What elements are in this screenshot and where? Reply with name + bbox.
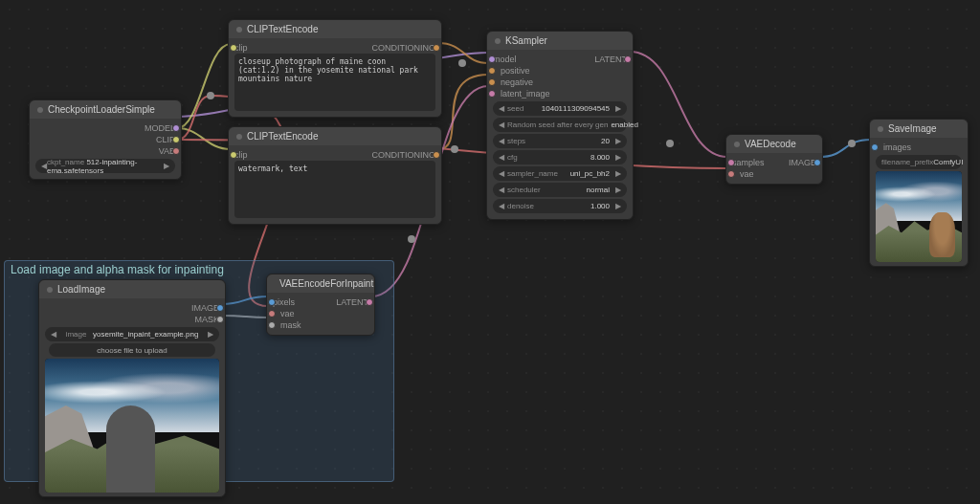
- svg-point-0: [207, 92, 214, 99]
- node-header[interactable]: VAEEncodeForInpaint: [267, 274, 374, 293]
- input-latent: latent_image: [493, 88, 627, 99]
- input-mask: mask: [273, 319, 368, 331]
- svg-point-4: [848, 140, 856, 147]
- prefix-widget[interactable]: filename_prefixComfyUI: [876, 155, 962, 169]
- node-ksampler[interactable]: KSampler modelLATENT positive negative l…: [486, 31, 634, 220]
- io-row: clip CONDITIONING: [234, 42, 435, 54]
- node-header[interactable]: LoadImage: [39, 280, 225, 298]
- ckpt-name-widget[interactable]: ◀ckpt_name 512-inpainting-ema.safetensor…: [35, 159, 175, 173]
- node-header[interactable]: SaveImage: [870, 120, 968, 138]
- node-save-image[interactable]: SaveImage images filename_prefixComfyUI: [869, 119, 969, 267]
- upload-button[interactable]: choose file to upload: [49, 343, 215, 357]
- svg-point-3: [666, 140, 674, 147]
- node-checkpoint-loader[interactable]: CheckpointLoaderSimple MODEL CLIP VAE ◀c…: [29, 99, 182, 180]
- widget-Random-seed-after-every-gen[interactable]: ◀Random seed after every genenabled: [493, 118, 627, 132]
- image-widget[interactable]: ◀image yosemite_inpaint_example.png▶: [45, 327, 219, 341]
- output-clip: CLIP: [35, 134, 175, 145]
- svg-point-1: [458, 59, 466, 67]
- widget-steps[interactable]: ◀steps20▶: [493, 134, 627, 148]
- widget-cfg[interactable]: ◀cfg8.000▶: [493, 150, 627, 164]
- output-vae: VAE: [35, 145, 175, 157]
- io-row: pixelsLATENT: [273, 296, 368, 308]
- output-image: IMAGE: [45, 302, 219, 314]
- prompt-negative[interactable]: [234, 161, 435, 218]
- svg-point-5: [408, 235, 415, 243]
- input-negative: negative: [493, 77, 627, 88]
- widget-sampler_name[interactable]: ◀sampler_nameuni_pc_bh2▶: [493, 166, 627, 181]
- widget-scheduler[interactable]: ◀schedulernormal▶: [493, 183, 627, 197]
- io-row: modelLATENT: [493, 54, 627, 65]
- node-header[interactable]: CLIPTextEncode: [229, 20, 441, 38]
- input-positive: positive: [493, 65, 627, 77]
- node-header[interactable]: VAEDecode: [726, 135, 822, 153]
- node-header[interactable]: CheckpointLoaderSimple: [30, 100, 181, 119]
- image-preview: [45, 359, 219, 493]
- node-clip-positive[interactable]: CLIPTextEncode clip CONDITIONING: [228, 19, 442, 118]
- node-clip-negative[interactable]: CLIPTextEncode clip CONDITIONING: [228, 126, 442, 225]
- output-mask: MASK: [45, 314, 219, 325]
- svg-point-2: [451, 145, 458, 153]
- node-load-image[interactable]: LoadImage IMAGE MASK ◀image yosemite_inp…: [38, 279, 226, 497]
- widget-denoise[interactable]: ◀denoise1.000▶: [493, 199, 627, 213]
- node-header[interactable]: CLIPTextEncode: [229, 127, 441, 145]
- input-vae: vae: [273, 308, 368, 319]
- node-vae-decode[interactable]: VAEDecode samplesIMAGE vae: [725, 134, 823, 185]
- node-vae-encode-inpaint[interactable]: VAEEncodeForInpaint pixelsLATENT vae mas…: [266, 274, 375, 336]
- widget-seed[interactable]: ◀seed1040111309094545▶: [493, 101, 627, 116]
- prompt-positive[interactable]: [234, 54, 435, 111]
- input-images: images: [876, 142, 962, 153]
- input-vae: vae: [732, 168, 816, 180]
- output-model: MODEL: [35, 122, 175, 134]
- node-header[interactable]: KSampler: [487, 32, 633, 50]
- output-preview: [876, 171, 962, 262]
- io-row: clip CONDITIONING: [234, 149, 435, 161]
- io-row: samplesIMAGE: [732, 157, 816, 168]
